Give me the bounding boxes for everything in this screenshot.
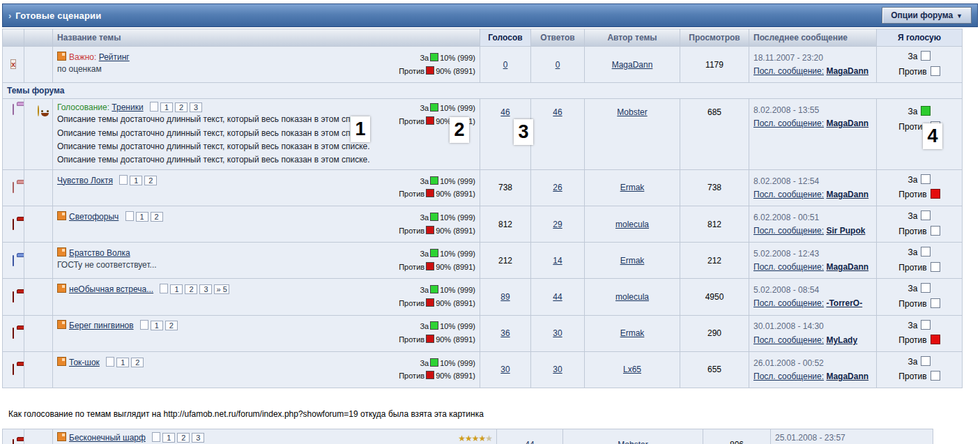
topic-title-link[interactable]: Ток-шок [69,358,100,367]
last-post-user[interactable]: MagaDann [826,118,868,128]
author-link[interactable]: Ermak [620,183,645,192]
column-header-author[interactable]: Автор темы [585,29,680,46]
myvote-for-checkbox[interactable] [921,283,931,293]
votes-count[interactable]: 36 [500,328,510,338]
table-row: ★★★★★ 3.7 (21) Бесконечный шарф 123 44 M… [3,429,933,444]
vote-against-label: Против [399,263,424,271]
page-link[interactable]: 1 [160,102,173,112]
column-header-votes[interactable]: Голосов [480,29,530,46]
replies-count[interactable]: 26 [553,183,562,192]
author-link[interactable]: Ermak [620,328,645,338]
myvote-against-label: Против [898,190,926,199]
myvote-for-label: За [908,211,918,221]
myvote-for-checkbox[interactable] [921,210,931,220]
last-post-user[interactable]: Sir Pupok [826,226,865,236]
page-link[interactable]: 3 [199,284,212,294]
topic-prefix: Голосование: [57,102,109,112]
votes-count[interactable]: 30 [500,365,510,374]
page-link[interactable]: 3 [190,102,202,112]
last-post-link[interactable]: Посл. сообщение: [753,262,824,272]
myvote-for-checkbox[interactable] [921,320,931,330]
page-link[interactable]: 1 [151,321,163,330]
last-post-link[interactable]: Посл. сообщение: [753,118,824,128]
topic-title-link[interactable]: Треники [112,102,143,112]
forum-options-button[interactable]: Опции форума▼ [882,7,972,24]
votes-count[interactable]: 0 [503,60,508,70]
topic-title-link[interactable]: Чувство Локтя [57,176,113,185]
author-link[interactable]: Ermak [620,256,645,266]
for-square-icon [430,249,438,257]
myvote-for-checkbox[interactable] [921,247,931,257]
myvote-against-checkbox[interactable] [931,371,940,381]
myvote-against-checkbox[interactable] [931,189,940,199]
page-link[interactable]: 3 [192,433,204,443]
myvote-against-checkbox[interactable] [931,66,940,76]
replies-count[interactable]: 44 [553,292,562,302]
last-post-link[interactable]: Посл. сообщение: [753,298,824,308]
vote-against-label: Против [399,117,424,125]
myvote-against-checkbox[interactable] [931,298,940,308]
topic-title-link[interactable]: Рейтинг [99,52,130,62]
last-post-link[interactable]: Посл. сообщение: [753,66,824,76]
topic-title-link[interactable]: неОбычная встреча... [69,284,153,294]
column-header-lastpost[interactable]: Последнее сообщение [749,29,876,46]
replies-count[interactable]: 44 [525,440,534,444]
column-header-name[interactable]: Название темы [53,29,480,46]
last-post-user[interactable]: MyLady [826,335,857,345]
replies-count[interactable]: 30 [553,328,562,338]
annotation-4: 4 [923,123,942,149]
topic-title-link[interactable]: Бесконечный шарф [69,433,146,443]
page-link[interactable]: 1 [162,433,175,443]
votes-count[interactable]: 89 [500,292,510,302]
myvote-for-checkbox[interactable] [921,106,931,116]
topic-title-link[interactable]: Берег пингвинов [69,321,134,330]
last-post-link[interactable]: Посл. сообщение: [753,335,824,345]
table-header-row: Название темы Голосов Ответов Автор темы… [3,29,962,46]
myvote-against-checkbox[interactable] [931,335,940,344]
replies-count[interactable]: 30 [553,365,562,374]
myvote-against-checkbox[interactable] [931,226,940,236]
column-header-replies[interactable]: Ответов [531,29,584,46]
myvote-for-checkbox[interactable] [921,356,931,366]
author-link[interactable]: Mobster [617,107,647,117]
column-header-myvote[interactable]: Я голосую [877,29,962,46]
page-link[interactable]: 2 [165,321,178,330]
myvote-for-checkbox[interactable] [921,51,931,61]
votes-count[interactable]: 46 [500,107,510,117]
author-link[interactable]: Lx65 [623,365,641,374]
author-link[interactable]: molecula [615,220,649,229]
replies-count[interactable]: 46 [553,107,562,117]
last-post-user[interactable]: MagaDann [826,372,868,381]
page-link[interactable]: 1 [136,212,148,222]
page-link[interactable]: 2 [144,176,157,185]
myvote-for-checkbox[interactable] [921,174,931,184]
page-link[interactable]: 1 [116,358,129,367]
last-post-user[interactable]: MagaDann [826,262,868,272]
last-post-link[interactable]: Посл. сообщение: [753,226,824,236]
author-link[interactable]: MagaDann [612,60,653,70]
replies-count[interactable]: 0 [556,60,560,70]
topic-title-link[interactable]: Братство Волка [69,248,130,258]
page-link[interactable]: 2 [177,433,190,443]
page-link[interactable]: 1 [170,284,183,294]
page-link[interactable]: 2 [185,284,197,294]
page-link-last[interactable]: » 5 [214,284,229,294]
column-header-views[interactable]: Просмотров [680,29,749,46]
author-link[interactable]: molecula [615,292,649,302]
last-post-link[interactable]: Посл. сообщение: [753,190,824,199]
last-post-user[interactable]: MagaDann [826,190,868,199]
page-link[interactable]: 2 [175,102,187,112]
topic-title-link[interactable]: Светофорыч [69,212,118,222]
replies-count[interactable]: 14 [553,256,562,266]
last-post-link[interactable]: Посл. сообщение: [753,372,824,381]
page-link[interactable]: 2 [131,358,144,367]
page-link[interactable]: 2 [151,212,163,222]
replies-count[interactable]: 29 [553,220,562,229]
against-square-icon [426,262,434,270]
last-post-user[interactable]: MagaDann [826,66,868,76]
author-link[interactable]: Mobster [618,440,648,444]
vote-for-value: 10% (999) [440,177,475,185]
last-post-user[interactable]: -TorrerO- [826,298,862,308]
page-link[interactable]: 1 [130,176,142,185]
myvote-against-checkbox[interactable] [931,262,940,272]
